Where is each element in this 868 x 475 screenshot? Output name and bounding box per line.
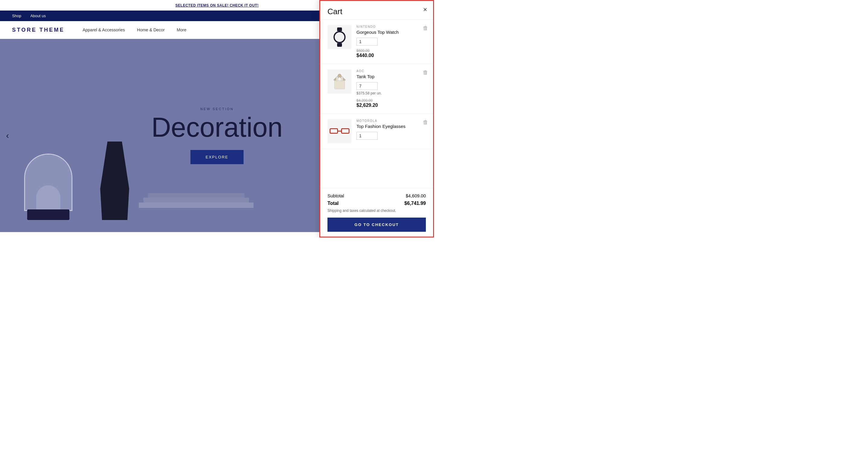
checkout-button[interactable]: GO TO CHECKOUT xyxy=(328,218,426,232)
cart-item: MOTOROLA Top Fashion Eyeglasses 1 2 3 🗑 xyxy=(320,114,433,149)
cart-item-brand: NINTENDO xyxy=(356,25,426,28)
cart-item-delete-button[interactable]: 🗑 xyxy=(423,69,428,76)
cart-item-name: Top Fashion Eyeglasses xyxy=(356,124,426,129)
cart-item-info: AOC Tank Top 1 2 3 4 5 6 7 $375.58 per u… xyxy=(356,69,426,108)
nav-more[interactable]: More xyxy=(177,28,187,32)
tanktop-svg xyxy=(332,72,347,91)
cart-item-qty: 1 2 3 xyxy=(356,132,426,140)
cart-shipping-note: Shipping and taxes calculated at checkou… xyxy=(328,209,426,213)
cart-item-brand: AOC xyxy=(356,69,426,73)
cart-item-delete-button[interactable]: 🗑 xyxy=(423,25,428,31)
cart-item-info: MOTOROLA Top Fashion Eyeglasses 1 2 3 xyxy=(356,119,426,140)
glasses-container xyxy=(328,119,351,144)
cart-item-delete-button[interactable]: 🗑 xyxy=(423,119,428,126)
cart-item-old-price: $4,200.00 xyxy=(356,98,426,103)
quantity-select[interactable]: 1 2 3 4 5 xyxy=(356,38,378,45)
cart-item: NINTENDO Gorgeous Top Watch 1 2 3 4 5 $6… xyxy=(320,20,433,64)
cart-item-old-price: $600.00 xyxy=(356,49,426,53)
quantity-select[interactable]: 1 2 3 xyxy=(356,132,378,140)
cart-item-image xyxy=(328,69,351,94)
cart-panel: × Cart NINTENDO Gorgeous Top Watch 1 2 xyxy=(319,0,434,238)
hero-subtitle: NEW SECTION xyxy=(151,107,282,111)
tanktop-image xyxy=(329,71,350,92)
nav-apparel[interactable]: Apparel & Accessories xyxy=(83,28,125,32)
cart-item-image xyxy=(328,25,351,49)
main-nav: Apparel & Accessories Home & Decor More xyxy=(83,28,351,32)
cart-footer: Subtotal $4,609.00 Total $6,741.99 Shipp… xyxy=(320,188,433,236)
total-label: Total xyxy=(328,201,339,206)
dome-decoration xyxy=(24,154,72,220)
cart-item-image xyxy=(328,119,351,144)
hero-title: Decoration xyxy=(151,114,282,141)
nav-about[interactable]: About us xyxy=(30,13,45,18)
watch-image xyxy=(329,27,350,48)
cart-total: Total $6,741.99 xyxy=(328,201,426,206)
cart-item-qty: 1 2 3 4 5 xyxy=(356,38,426,45)
announcement-link[interactable]: SELECTED ITEMS ON SALE! CHECK IT OUT! xyxy=(175,3,259,7)
explore-button[interactable]: EXPLORE xyxy=(190,150,243,164)
nav-home-decor[interactable]: Home & Decor xyxy=(137,28,165,32)
cart-close-button[interactable]: × xyxy=(423,6,427,13)
books-decoration xyxy=(139,202,259,220)
cart-item-price: $440.00 xyxy=(356,53,426,58)
svg-rect-11 xyxy=(341,77,343,81)
svg-rect-10 xyxy=(336,77,338,81)
cart-header: Cart xyxy=(320,1,433,20)
cart-item-brand: MOTOROLA xyxy=(356,119,426,123)
cart-subtotal: Subtotal $4,609.00 xyxy=(328,193,426,198)
cart-item-per-unit: $375.58 per un. xyxy=(356,91,426,95)
cart-item: AOC Tank Top 1 2 3 4 5 6 7 $375.58 per u… xyxy=(320,64,433,114)
cart-item-name: Tank Top xyxy=(356,74,426,79)
cart-item-info: NINTENDO Gorgeous Top Watch 1 2 3 4 5 $6… xyxy=(356,25,426,58)
cart-item-price: $2,629.20 xyxy=(356,103,426,108)
logo: STORE THEME xyxy=(12,27,65,33)
hero-content: NEW SECTION Decoration EXPLORE xyxy=(151,107,282,164)
nav-shop[interactable]: Shop xyxy=(12,13,21,18)
cart-items-list: NINTENDO Gorgeous Top Watch 1 2 3 4 5 $6… xyxy=(320,20,433,188)
quantity-select[interactable]: 1 2 3 4 5 6 7 xyxy=(356,82,378,90)
hand-sculpture xyxy=(97,141,133,220)
total-value: $6,741.99 xyxy=(404,201,426,206)
subtotal-value: $4,609.00 xyxy=(406,193,426,198)
cart-title: Cart xyxy=(328,7,342,16)
cart-item-qty: 1 2 3 4 5 6 7 xyxy=(356,82,426,90)
svg-rect-9 xyxy=(334,81,345,89)
prev-slide-button[interactable]: ‹ xyxy=(6,130,9,140)
glasses-image xyxy=(329,125,350,137)
cart-item-name: Gorgeous Top Watch xyxy=(356,30,426,35)
subtotal-label: Subtotal xyxy=(328,193,344,198)
